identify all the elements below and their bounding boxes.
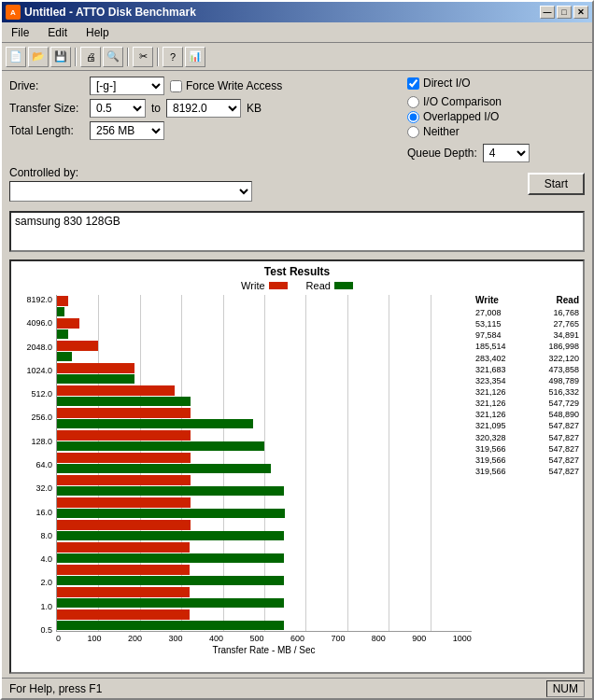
x-700: 700 [331,634,345,643]
y-label-11: 4.0 [15,554,52,564]
data-columns: Write Read 27,00816,76853,11527,76597,58… [472,295,579,655]
x-300: 300 [168,634,182,643]
start-button[interactable]: Start [528,173,585,195]
write-val-7: 321,126 [475,386,506,398]
write-val-9: 321,126 [475,409,506,420]
x-800: 800 [372,634,386,643]
bar-row-2 [57,340,472,362]
queue-depth-select[interactable]: 4 [483,144,530,162]
total-length-select[interactable]: 256 MB [90,121,164,140]
read-val-11: 547,827 [548,432,579,443]
bar-row-6 [57,429,472,452]
save-button[interactable]: 💾 [50,47,71,67]
data-row-9: 321,126548,890 [475,409,579,420]
to-label: to [151,102,161,115]
cut-button[interactable]: ✂ [133,47,153,67]
bar-row-1 [57,317,472,340]
write-bar-1 [57,318,79,328]
y-label-5: 256.0 [15,413,52,422]
x-500: 500 [249,634,263,643]
write-val-8: 321,126 [475,398,506,409]
toolbar-separator [75,48,77,66]
bar-row-11 [57,541,472,564]
read-bar-1 [57,329,68,339]
statusbar: For Help, press F1 NUM [2,678,592,698]
read-bar-9 [57,509,285,518]
x-400: 400 [209,634,223,643]
io-comparison-radio[interactable] [407,96,419,108]
data-row-12: 319,566547,827 [475,443,579,455]
data-row-1: 53,11527,765 [475,318,579,329]
write-legend-label: Write [241,280,264,291]
force-write-checkbox[interactable] [170,80,182,92]
transfer-from-select[interactable]: 0.5 [90,99,146,118]
bar-row-13 [57,586,472,609]
total-length-label: Total Length: [9,124,84,137]
data-row-3: 185,514186,998 [475,341,579,352]
direct-io-label: Direct I/O [407,77,471,90]
read-bar-5 [57,419,253,428]
read-bar-8 [57,486,284,496]
data-row-0: 27,00816,768 [475,307,579,318]
x-1000: 1000 [453,634,472,643]
overlapped-io-radio[interactable] [407,111,419,123]
controlled-by-label: Controlled by: [9,166,252,179]
neither-label: Neither [407,125,585,138]
read-bar-7 [57,464,271,473]
read-val-5: 473,858 [548,364,579,375]
bar-row-14 [57,609,472,631]
data-row-7: 321,126516,332 [475,386,579,398]
bar-row-12 [57,564,472,586]
menu-edit[interactable]: Edit [42,24,73,41]
y-label-6: 128.0 [15,437,52,446]
toolbar-separator3 [157,48,159,66]
transfer-to-select[interactable]: 8192.0 [166,99,241,118]
y-label-0: 8192.0 [15,295,52,304]
write-val-2: 97,584 [475,329,502,341]
bars-area [56,295,472,632]
direct-io-checkbox[interactable] [407,77,419,90]
info-button[interactable]: 📊 [185,47,205,67]
x-600: 600 [290,634,304,643]
write-bar-10 [57,520,191,529]
help-button[interactable]: ? [163,47,183,67]
maximize-button[interactable]: □ [557,6,572,19]
force-write-label: Force Write Access [170,79,282,92]
y-label-12: 2.0 [15,578,52,587]
read-val-1: 27,765 [553,318,579,329]
write-val-13: 319,566 [475,455,506,466]
close-button[interactable]: ✕ [573,6,588,19]
write-bar-13 [57,587,190,596]
neither-radio[interactable] [407,126,419,138]
bars-inner [57,295,472,631]
controlled-by-select[interactable] [9,181,252,202]
data-row-2: 97,58434,891 [475,329,579,341]
write-val-0: 27,008 [475,307,502,318]
menu-help[interactable]: Help [80,24,115,41]
read-val-0: 16,768 [553,307,579,318]
chart-area: Test Results Write Read 8192.0 4096.0 20… [9,259,585,674]
x-100: 100 [87,634,101,643]
data-row-8: 321,126547,729 [475,398,579,409]
write-bar-6 [57,430,191,440]
write-val-3: 185,514 [475,341,506,352]
open-button[interactable]: 📂 [28,47,49,67]
read-bar-11 [57,553,284,563]
data-row-11: 320,328547,827 [475,432,579,443]
left-controls: Drive: [-g-] Force Write Access Transfer… [9,77,392,144]
print-preview-button[interactable]: 🔍 [103,47,123,67]
transfer-size-row: Transfer Size: 0.5 to 8192.0 KB [9,99,392,118]
new-button[interactable]: 📄 [6,47,26,67]
data-row-6: 323,354498,789 [475,375,579,386]
data-row-10: 321,095547,827 [475,420,579,431]
write-bar-9 [57,497,191,507]
x-200: 200 [128,634,142,643]
drive-row: Drive: [-g-] Force Write Access [9,77,392,95]
minimize-button[interactable]: — [540,6,555,19]
read-val-8: 547,729 [548,398,579,409]
print-button[interactable]: 🖨 [80,47,101,67]
drive-label: Drive: [9,79,84,92]
read-val-3: 186,998 [548,341,579,352]
drive-select[interactable]: [-g-] [90,77,164,95]
menu-file[interactable]: File [6,24,35,41]
